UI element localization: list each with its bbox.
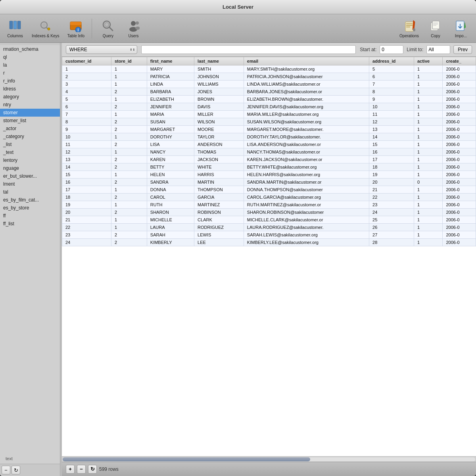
table-row[interactable]: 182CAROLGARCIACAROL.GARCIA@sakilacustome… <box>62 194 476 201</box>
table-cell-first_name: JENNIFER <box>147 103 194 111</box>
svg-point-6 <box>48 28 50 30</box>
query-button[interactable]: Query <box>96 17 120 40</box>
operations-button[interactable]: Operations <box>396 17 422 40</box>
svg-point-14 <box>131 21 136 26</box>
table-row[interactable]: 191RUTHMARTINEZRUTH.MARTINEZ@sakilacusto… <box>62 201 476 209</box>
filter-type-select[interactable]: WHERE HAVING ORDER BY <box>66 45 137 54</box>
table-row[interactable]: 112LISAANDERSONLISA.ANDERSON@sakilacusto… <box>62 141 476 148</box>
sidebar-item[interactable]: ategory <box>0 93 60 101</box>
table-cell-last_name: JOHNSON <box>194 73 244 81</box>
sidebar-item[interactable]: ntry <box>0 101 60 109</box>
table-row[interactable]: 232SARAHLEWISSARAH.LEWIS@sakilacustomer.… <box>62 231 476 239</box>
filter-expression-input[interactable] <box>141 45 356 54</box>
table-row[interactable]: 142BETTYWHITEBETTY.WHITE@sakilacustomer.… <box>62 163 476 171</box>
sidebar-item[interactable]: stomer <box>0 109 60 117</box>
table-cell-create_date: 2006-0 <box>443 118 476 126</box>
sidebar-item[interactable]: es_by_store <box>0 204 60 212</box>
prev-button[interactable]: Prev <box>453 45 472 54</box>
table-cell-email: RUTH.MARTINEZ@sakilacustomer.or <box>244 201 369 209</box>
scrollbar-thumb[interactable] <box>63 457 310 461</box>
table-cell-address_id: 23 <box>369 201 414 209</box>
table-cell-active: 1 <box>414 73 442 81</box>
sidebar-item[interactable]: ff_list <box>0 220 60 228</box>
sidebar-item[interactable]: _text <box>0 148 60 156</box>
table-info-button[interactable]: i Table Info <box>64 17 88 40</box>
table-row[interactable]: 211MICHELLECLARKMICHELLE.CLARK@sakilacus… <box>62 216 476 224</box>
table-row[interactable]: 21PATRICIAJOHNSONPATRICIA.JOHNSON@sakila… <box>62 73 476 81</box>
table-row[interactable]: 42BARBARAJONESBARBARA.JONES@sakilacustom… <box>62 88 476 96</box>
copy-label: Copy <box>431 34 440 38</box>
table-row[interactable]: 132KARENJACKSONKAREN.JACKSON@sakilacusto… <box>62 156 476 163</box>
table-header-email[interactable]: email <box>244 57 369 65</box>
start-at-input[interactable] <box>380 45 403 54</box>
sidebar: rmation_schemaqllarr_infoldressategorynt… <box>0 43 60 476</box>
table-cell-store_id: 2 <box>111 103 147 111</box>
sidebar-refresh-btn[interactable]: ↻ <box>12 466 20 474</box>
sidebar-item[interactable]: ql <box>0 53 60 61</box>
table-cell-email: SARAH.LEWIS@sakilacustomer.org <box>244 231 369 239</box>
sidebar-item[interactable]: lentory <box>0 156 60 164</box>
sidebar-items-container: rmation_schemaqllarr_infoldressategorynt… <box>0 45 60 228</box>
import-button[interactable]: Impo... <box>449 17 473 40</box>
table-row[interactable]: 82SUSANWILSONSUSAN.WILSON@sakilacustomer… <box>62 118 476 126</box>
table-row[interactable]: 101DOROTHYTAYLORDOROTHY.TAYLOR@sakilacus… <box>62 133 476 141</box>
table-cell-customer_id: 12 <box>62 148 111 156</box>
table-cell-address_id: 13 <box>369 126 414 133</box>
table-header-address_id[interactable]: address_id <box>369 57 414 65</box>
sidebar-minus-btn[interactable]: − <box>2 466 10 474</box>
columns-button[interactable]: Columns <box>3 17 27 40</box>
sidebar-item[interactable]: _list <box>0 140 60 148</box>
table-header-first_name[interactable]: first_name <box>147 57 194 65</box>
table-container[interactable]: customer_idstore_idfirst_namelast_nameem… <box>62 57 476 456</box>
table-header-active[interactable]: active <box>414 57 442 65</box>
sidebar-item[interactable]: er_but_slower... <box>0 172 60 180</box>
table-cell-active: 1 <box>414 103 442 111</box>
table-header-store_id[interactable]: store_id <box>111 57 147 65</box>
table-row[interactable]: 151HELENHARRISHELEN.HARRIS@sakilacustome… <box>62 171 476 178</box>
table-cell-active: 1 <box>414 88 442 96</box>
table-cell-last_name: MARTIN <box>194 178 244 186</box>
table-cell-customer_id: 14 <box>62 163 111 171</box>
table-header-customer_id[interactable]: customer_id <box>62 57 111 65</box>
limit-to-input[interactable] <box>426 45 450 54</box>
sidebar-item[interactable]: ldress <box>0 85 60 93</box>
table-cell-address_id: 20 <box>369 178 414 186</box>
table-row[interactable]: 31LINDAWILLIAMSLINDA.WILLIAMS@sakilacust… <box>62 81 476 88</box>
copy-button[interactable]: Copy <box>424 17 447 40</box>
remove-row-button[interactable]: − <box>77 465 86 474</box>
table-row[interactable]: 162SANDRAMARTINSANDRA.MARTIN@sakilacusto… <box>62 178 476 186</box>
add-row-button[interactable]: + <box>66 465 75 474</box>
table-header-create_date[interactable]: create_ <box>443 57 476 65</box>
table-cell-last_name: ANDERSON <box>194 141 244 148</box>
sidebar-item[interactable]: r_info <box>0 77 60 85</box>
sidebar-item[interactable]: _actor <box>0 125 60 132</box>
table-row[interactable]: 202SHARONROBINSONSHARON.ROBINSON@sakilac… <box>62 209 476 216</box>
table-header-last_name[interactable]: last_name <box>194 57 244 65</box>
table-cell-last_name: WILLIAMS <box>194 81 244 88</box>
sidebar-item[interactable]: rmation_schema <box>0 45 60 53</box>
table-row[interactable]: 121NANCYTHOMASNANCY.THOMAS@sakilacustome… <box>62 148 476 156</box>
indexes-keys-button[interactable]: Indexes & Keys <box>29 17 62 40</box>
table-row[interactable]: 92MARGARETMOOREMARGARET.MOORE@sakilacust… <box>62 126 476 133</box>
table-row[interactable]: 71MARIAMILLERMARIA.MILLER@sakilacustomer… <box>62 111 476 118</box>
sidebar-item[interactable]: tal <box>0 188 60 196</box>
table-row[interactable]: 62JENNIFERDAVISJENNIFER.DAVIS@sakilacust… <box>62 103 476 111</box>
refresh-button[interactable]: ↻ <box>88 465 97 474</box>
sidebar-item[interactable]: r <box>0 69 60 77</box>
sidebar-item[interactable]: la <box>0 61 60 69</box>
sidebar-item[interactable]: es_by_film_cat... <box>0 196 60 204</box>
sidebar-item[interactable]: nguage <box>0 164 60 172</box>
table-row[interactable]: 221LAURARODRIGUEZLAURA.RODRIGUEZ@sakilac… <box>62 224 476 231</box>
table-row[interactable]: 242KIMBERLYLEEKIMBERLY.LEE@sakilacustome… <box>62 239 476 246</box>
table-row[interactable]: 11MARYSMITHMARY.SMITH@sakilacustomer.org… <box>62 65 476 73</box>
sidebar-item[interactable]: ff <box>0 212 60 220</box>
table-row[interactable]: 51ELIZABETHBROWNELIZABETH.BROWN@sakilacu… <box>62 96 476 103</box>
sidebar-item[interactable]: _category <box>0 132 60 140</box>
table-cell-email: LINDA.WILLIAMS@sakilacustomer.or <box>244 81 369 88</box>
table-row[interactable]: 171DONNATHOMPSONDONNA.THOMPSON@sakilacus… <box>62 186 476 194</box>
svg-rect-8 <box>70 22 81 25</box>
sidebar-item[interactable]: stomer_list <box>0 117 60 125</box>
users-button[interactable]: Users <box>121 17 145 40</box>
sidebar-item[interactable]: lment <box>0 180 60 188</box>
horizontal-scrollbar[interactable] <box>62 456 476 462</box>
